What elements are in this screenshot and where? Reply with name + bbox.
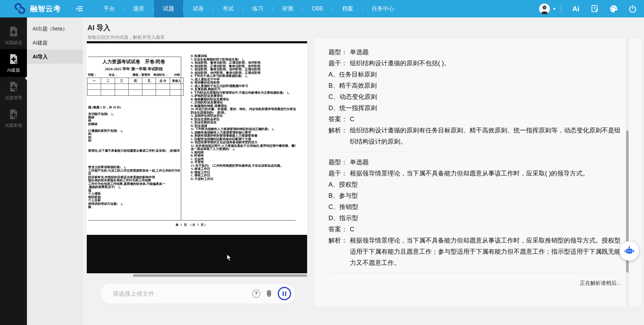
paper-text-line	[88, 162, 180, 166]
question-answer-row: 答案： C	[328, 224, 621, 235]
paper-text-line: 碍	[88, 119, 180, 123]
paper-text-line	[88, 109, 180, 113]
score-table-header-cell: 四	[129, 78, 142, 84]
sidebar-item-question-construction[interactable]: 试题建设	[0, 22, 27, 49]
exam-paper-page: 人力资源考试试卷 开卷/闭卷 2024-2025 学年 第一学期 考试阶段 学院…	[87, 43, 307, 235]
paper-text-line: 个人绩效	[88, 192, 180, 196]
brand-logo-icon[interactable]	[13, 2, 27, 15]
horizontal-scrollbar-thumb[interactable]	[133, 274, 307, 277]
paper-text-line: 景理论,当下属不具备能力但却愿意从事该工作时,应采取( )的领导方式。	[88, 149, 180, 153]
paper-text-line: 岗培训的培训方法是( )。	[88, 202, 180, 206]
paper-text-line: B. 系统性强调所有的管理者都是人力资源管理者	[191, 134, 296, 138]
paper-text-line	[88, 156, 180, 159]
paper-text-line: C. 创业阶段、集体化阶段、合作阶段、正规化阶段	[191, 68, 296, 71]
logout-power-icon[interactable]	[623, 0, 642, 17]
nav-item-archives[interactable]: 档案	[333, 0, 362, 17]
question-analysis-text: 组织结构设计遵循的原则有任务目标原则、精干高效原则、统一指挥原则等，动态变化原则…	[350, 125, 621, 147]
paper-text-line: 的目标有关,对组织的目标应当有直接的影响作用	[88, 176, 180, 179]
paper-text-line	[88, 126, 180, 129]
question-answer-row: 答案： C	[328, 114, 621, 125]
sidebar-item-label: 试题审核	[5, 123, 22, 129]
submenu-item-ai-import[interactable]: AI导入	[27, 50, 83, 64]
score-table-header-cell: 复核人	[170, 78, 183, 84]
paper-page-number: 第 1 页 （共 1 页）	[87, 223, 297, 227]
question-analysis-label: 解析：	[328, 235, 347, 268]
top-nav-bar: 融智云考 平台 题库 试题 试卷 考试 练习 评测 OBE 档案 任务中心 ?	[0, 0, 644, 17]
question-type-value: 单选题	[350, 157, 621, 168]
question-stem-text: 根据领导情景理论，当下属不具备能力但却愿意从事该工作时，应采取( )的领导方式。	[350, 168, 621, 179]
svg-text:?: ?	[593, 6, 596, 10]
paper-text-line: 则	[88, 132, 180, 136]
secondary-sidebar: AI出题（beta） AI建题 AI导入	[27, 17, 83, 325]
nav-item-obe[interactable]: OBE	[303, 0, 333, 17]
question-option: D、统一指挥原则	[328, 102, 621, 114]
doc-plus-icon	[8, 26, 19, 37]
question-option: B、精干高效原则	[328, 80, 621, 91]
question-answer-label: 答案：	[328, 114, 347, 125]
paper-text-line: B. 时效性	[191, 154, 296, 158]
paper-text-line: D. 拓展训练	[191, 55, 296, 58]
sidebar-item-label: AI建题	[7, 67, 20, 73]
question-answer-label: 答案：	[328, 224, 347, 235]
nav-item-question-bank[interactable]: 题库	[124, 0, 154, 17]
question-type-row: 题型： 单选题	[328, 46, 621, 58]
paper-text-line: 12. 在价值创造过程中,人力资源总是处于主动地位,是劳动过程中最积极、最活跃的…	[191, 144, 296, 148]
score-table-header-cell: 二	[101, 78, 115, 84]
paper-text-line: 则	[88, 139, 180, 143]
question-divider	[329, 152, 620, 152]
parsing-status-text: 正在解析请稍后...	[328, 278, 621, 288]
nav-item-practice[interactable]: 练习	[243, 0, 273, 17]
nav-item-platform[interactable]: 平台	[94, 0, 124, 17]
paper-text-line	[88, 146, 180, 149]
page-title: AI 导入	[87, 23, 111, 32]
question-analysis-row: 解析： 根据领导情景理论，当下属不具备能力但却愿意从事该工作时，应采取推销型的领…	[328, 235, 621, 268]
paper-right-column: D. 拓展训练7. 企业生命周期的四个阶段依次是( )。A. 创业阶段、集体化阶…	[191, 55, 296, 181]
paper-text-line: A. 创业阶段、集体化阶段、正规化阶段、合作阶段	[191, 61, 296, 65]
document-preview-viewer[interactable]: 人力资源考试试卷 开卷/闭卷 2024-2025 学年 第一学期 考试阶段 学院…	[87, 41, 307, 273]
question-type-label: 题型：	[328, 157, 347, 168]
theme-palette-icon[interactable]	[604, 0, 623, 17]
submenu-item-ai-generate-beta[interactable]: AI出题（beta）	[27, 22, 83, 36]
paper-text-line: D. 帕森斯的特质-因素理论	[191, 104, 296, 108]
parsed-questions-panel: 题型： 单选题 题干： 组织结构设计遵循的原则不包括( )。 A、任务目标原则B…	[314, 38, 642, 307]
nav-item-questions[interactable]: 试题	[154, 0, 183, 17]
attach-paperclip-icon[interactable]	[265, 289, 273, 298]
paper-text-line: C. 匹配性包括横向匹配和纵向匹配两个方面	[191, 138, 296, 141]
help-doc-icon[interactable]: ?	[585, 0, 604, 17]
user-avatar[interactable]: ?	[539, 3, 550, 14]
question-option: A、任务目标原则	[328, 69, 621, 80]
score-table-header-cell: 一	[87, 78, 101, 84]
paper-text-line: C. 职业目标的设定	[191, 121, 296, 124]
avatar-caret-icon[interactable]: ▼	[552, 7, 556, 11]
nav-item-exams[interactable]: 考试	[213, 0, 243, 17]
file-upload-input[interactable]: 请选择上传文件 ?	[100, 283, 296, 304]
paper-bottom-rule	[88, 220, 296, 221]
nav-item-papers[interactable]: 试卷	[184, 0, 213, 17]
paper-text-line: 10. 对自己的兴趣、价值观、爱好、特长、内在动机和需求等因素进行分析这一过程处…	[191, 108, 296, 111]
question-option: A、授权型	[328, 179, 621, 190]
question-option: C、推销型	[328, 201, 621, 212]
question-options: A、授权型B、参与型C、推销型D、指示型	[328, 179, 621, 224]
submenu-item-ai-build[interactable]: AI建题	[27, 36, 83, 50]
sidebar-item-ai-question[interactable]: AI建题	[0, 49, 27, 77]
paper-text-line: 负功能不包括( )。	[88, 113, 180, 116]
question-stem-row: 题干： 组织结构设计遵循的原则不包括( )。	[328, 58, 621, 69]
paper-text-line: D. 不定时工作日	[191, 178, 296, 181]
sidebar-item-label: 试题管理	[5, 95, 22, 101]
ai-assistant-icon[interactable]: Ai	[566, 0, 585, 17]
topbar-right-actions: ? ▼ Ai ?	[539, 0, 644, 17]
question-analysis-label: 解析：	[328, 125, 347, 147]
question-circle-icon[interactable]: ?	[252, 290, 260, 298]
nav-item-evaluation[interactable]: 评测	[273, 0, 302, 17]
sidebar-item-question-review[interactable]: 试题审核	[0, 104, 27, 132]
nav-item-task-center[interactable]: 任务中心	[363, 0, 403, 17]
parsed-question-1: 题型： 单选题 题干： 组织结构设计遵循的原则不包括( )。 A、任务目标原则B…	[328, 46, 621, 147]
question-stem-label: 题干：	[328, 58, 347, 69]
robot-assistant-button[interactable]	[620, 241, 639, 261]
paper-text-line: B. 创业阶段、正规化阶段、集体化阶段、合作阶段	[191, 65, 296, 68]
collapse-menu-icon[interactable]	[76, 5, 84, 12]
doc-plus-check-icon	[8, 81, 19, 92]
pause-button[interactable]	[278, 287, 291, 300]
main-nav: 平台 题库 试题 试卷 考试 练习 评测 OBE 档案 任务中心	[94, 0, 403, 17]
paper-text-line: 职业生涯规划的( )阶段。	[191, 111, 296, 115]
